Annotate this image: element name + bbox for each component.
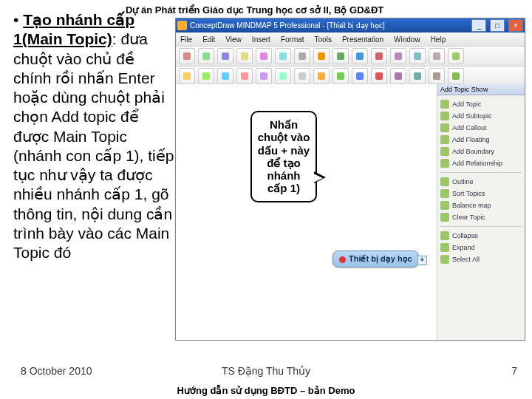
toolbar-button[interactable] xyxy=(313,68,330,84)
toolbar-icon xyxy=(222,72,229,80)
toolbar-button[interactable] xyxy=(409,68,426,84)
menu-item[interactable]: Tools xyxy=(315,35,332,44)
toolbar-icon xyxy=(202,72,210,80)
toolbar-button[interactable] xyxy=(179,48,195,64)
menu-item[interactable]: Insert xyxy=(252,35,270,44)
maximize-button[interactable]: □ xyxy=(490,19,505,32)
menu-item[interactable]: View xyxy=(225,35,242,44)
toolbar-button[interactable] xyxy=(294,68,310,84)
toolbar-icon xyxy=(318,52,325,60)
task-pane-icon xyxy=(440,255,449,264)
toolbar-button[interactable] xyxy=(352,48,368,64)
menu-item[interactable]: File xyxy=(180,35,192,44)
task-pane-icon xyxy=(440,135,449,144)
menu-item[interactable]: Format xyxy=(281,35,304,44)
toolbar-button[interactable] xyxy=(332,68,349,84)
toolbar-button[interactable] xyxy=(198,48,214,64)
toolbar-button[interactable] xyxy=(275,68,291,84)
toolbar-icon xyxy=(299,52,306,60)
task-pane-item[interactable]: Select All xyxy=(440,253,522,265)
toolbar-button[interactable] xyxy=(313,48,330,64)
toolbar-button[interactable] xyxy=(179,68,195,84)
task-pane-icon xyxy=(440,189,449,198)
toolbar-icon xyxy=(318,72,325,80)
task-pane-title: Add Topic Show xyxy=(437,84,525,95)
task-pane-item[interactable]: Add Topic xyxy=(440,98,522,110)
page-number: 7 xyxy=(511,365,517,377)
app-screenshot: ConceptDraw MINDMAP 5 Professional - [Th… xyxy=(175,18,525,341)
task-pane-label: Add Callout xyxy=(452,124,487,132)
menu-item[interactable]: Help xyxy=(431,35,446,44)
toolbar-icon xyxy=(260,52,267,60)
close-button[interactable]: × xyxy=(508,19,523,32)
footer-author: TS Đặng Thu Thủy xyxy=(0,365,532,377)
task-pane-icon xyxy=(440,201,449,210)
toolbar-icon xyxy=(414,72,421,80)
task-pane-label: Outline xyxy=(452,178,474,185)
toolbar-button[interactable] xyxy=(217,68,233,84)
toolbar-button[interactable] xyxy=(198,68,214,84)
task-pane-item[interactable]: Expand xyxy=(440,242,522,253)
task-pane-item[interactable]: Add Boundary xyxy=(440,146,522,157)
task-pane-icon xyxy=(440,243,449,252)
toolbar-button[interactable] xyxy=(409,48,426,64)
toolbar-button[interactable] xyxy=(294,48,310,64)
menu-item[interactable]: Edit xyxy=(202,35,215,44)
toolbar-button[interactable] xyxy=(390,68,406,84)
toolbar-button[interactable] xyxy=(275,48,291,64)
toolbar-button[interactable] xyxy=(371,68,387,84)
toolbar-button[interactable] xyxy=(332,48,349,64)
app-icon xyxy=(177,21,187,30)
task-pane-item[interactable]: Outline xyxy=(440,176,522,188)
menu-item[interactable]: Window xyxy=(394,35,420,44)
window-controls: _ □ × xyxy=(470,19,523,32)
task-pane-icon xyxy=(440,159,449,168)
toolbar-button[interactable] xyxy=(448,48,464,64)
toolbar-icon xyxy=(279,72,287,80)
toolbar-icon xyxy=(433,52,440,60)
toolbar-icon xyxy=(395,52,402,60)
toolbar-button[interactable] xyxy=(236,48,253,64)
minimize-button[interactable]: _ xyxy=(471,19,486,32)
toolbar-button[interactable] xyxy=(371,48,387,64)
bullet-rest: : đưa chuột vào chủ đề chính rồi nhấn En… xyxy=(13,30,174,261)
toolbar-icon xyxy=(452,52,460,60)
toolbar-icon xyxy=(183,72,191,80)
toolbar-button[interactable] xyxy=(429,48,445,64)
task-pane-icon xyxy=(440,100,449,109)
mindmap-canvas[interactable]: Nhấn chuột vào dấu + này để tạo nhánh cấ… xyxy=(176,84,437,340)
toolbar-icon xyxy=(202,52,210,60)
toolbar-icon xyxy=(241,72,248,80)
task-pane-icon xyxy=(440,112,449,120)
toolbar-button[interactable] xyxy=(352,68,368,84)
toolbar-button[interactable] xyxy=(256,68,272,84)
task-pane-item[interactable]: Add Relationship xyxy=(440,157,522,169)
toolbar-button[interactable] xyxy=(256,48,272,64)
toolbar-button[interactable] xyxy=(429,68,445,84)
central-topic-node[interactable]: Thiết bị dạy học + xyxy=(332,250,419,267)
task-pane-item[interactable]: Sort Topics xyxy=(440,188,522,200)
task-pane: Add Topic Show Add TopicAdd SubtopicAdd … xyxy=(437,84,525,340)
task-pane-label: Balance map xyxy=(452,202,491,209)
main-bullet-block: • Tạo nhánh cấp 1(Main Topic): đưa chuột… xyxy=(13,10,174,262)
toolbar-button[interactable] xyxy=(448,68,464,84)
task-pane-label: Add Floating xyxy=(452,136,490,143)
task-pane-item[interactable]: Balance map xyxy=(440,200,522,211)
toolbar-button[interactable] xyxy=(217,48,233,64)
menu-item[interactable]: Presentation xyxy=(342,35,383,44)
add-branch-plus[interactable]: + xyxy=(417,256,427,265)
task-pane-item[interactable]: Add Floating xyxy=(440,134,522,146)
toolbar-icon xyxy=(395,72,402,80)
task-pane-item[interactable]: Add Callout xyxy=(440,122,522,134)
toolbar-icon xyxy=(299,72,306,80)
pin-icon xyxy=(339,256,346,263)
toolbar-icon xyxy=(241,52,248,60)
toolbar-button[interactable] xyxy=(236,68,253,84)
task-pane-item[interactable]: Clear Topic xyxy=(440,211,522,223)
task-pane-item[interactable]: Add Subtopic xyxy=(440,110,522,122)
task-pane-label: Clear Topic xyxy=(452,214,485,221)
toolbar-icon xyxy=(375,52,383,60)
toolbar-button[interactable] xyxy=(390,48,406,64)
task-pane-icon xyxy=(440,213,449,222)
task-pane-item[interactable]: Collapse xyxy=(440,230,522,242)
